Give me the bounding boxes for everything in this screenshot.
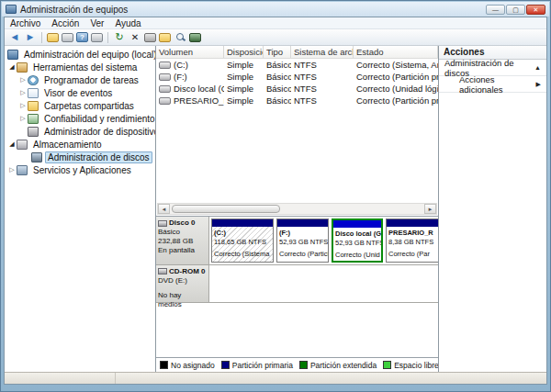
delete-icon[interactable]: ✕ xyxy=(129,31,141,43)
tree-item-confiabilidad-y-rendimiento[interactable]: ▷ Confiabilidad y rendimiento xyxy=(5,112,155,125)
tree-item-administrador-de-dispositivos[interactable]: Administrador de dispositivos xyxy=(5,125,155,138)
tree-item-programador-de-tareas[interactable]: ▷ Programador de tareas xyxy=(5,73,155,86)
volume-row-g[interactable]: Disco local (G:) Simple Básico NTFS Corr… xyxy=(156,83,438,95)
tree-item-carpetas-compartidas[interactable]: ▷ Carpetas compartidas xyxy=(5,99,155,112)
properties-icon[interactable] xyxy=(144,33,156,42)
drive-icon xyxy=(159,73,171,81)
main-area: Administración del equipo (local) ◢ Herr… xyxy=(5,46,546,372)
scroll-left-icon[interactable]: ◄ xyxy=(158,204,170,214)
cdrom-info[interactable]: CD-ROM 0 DVD (E:) No hay medios xyxy=(156,265,209,302)
tree-item-herramientas-del-sistema[interactable]: ◢ Herramientas del sistema xyxy=(5,61,155,73)
help-icon[interactable]: ? xyxy=(76,32,88,42)
volume-list: Volumen Disposición Tipo Sistema de arch… xyxy=(156,46,438,217)
expander-collapsed-icon[interactable]: ▷ xyxy=(18,102,28,109)
volume-row-c[interactable]: (C:) Simple Básico NTFS Correcto (Sistem… xyxy=(156,59,438,71)
legend-particion-extendida: Partición extendida xyxy=(299,361,377,370)
maximize-button[interactable]: ▢ xyxy=(506,5,525,15)
action-acciones-adicionales[interactable]: Acciones adicionales ▶ xyxy=(439,76,546,93)
extended-swatch xyxy=(299,361,308,369)
services-icon xyxy=(17,165,28,175)
expander-collapsed-icon[interactable]: ▷ xyxy=(18,115,28,122)
disk-icon xyxy=(158,220,167,227)
legend-particion-primaria: Partición primaria xyxy=(221,361,293,370)
open-folder-icon[interactable] xyxy=(159,33,171,42)
toolbar-separator xyxy=(107,32,108,43)
tree-item-visor-de-eventos[interactable]: ▷ Visor de eventos xyxy=(5,86,155,99)
disk0-status: En pantalla xyxy=(158,246,207,255)
search-icon[interactable] xyxy=(174,31,186,43)
menu-ver[interactable]: Ver xyxy=(90,18,104,28)
partitions: (C:) 118,65 GB NTFS Correcto (Sistema (F… xyxy=(209,217,438,264)
column-volumen[interactable]: Volumen xyxy=(156,46,224,58)
toolbar-separator xyxy=(41,32,42,43)
cdrom-status: No hay medios xyxy=(158,291,207,309)
disk0-type: Básico xyxy=(158,228,207,237)
event-viewer-icon xyxy=(28,88,39,98)
free-space-swatch xyxy=(383,361,391,369)
refresh-icon[interactable]: ↻ xyxy=(113,31,126,43)
expander-collapsed-icon[interactable]: ▷ xyxy=(18,89,28,96)
toolbar: ◄ ► ? ↻ ✕ xyxy=(5,29,546,46)
primary-partition-bar xyxy=(387,219,438,227)
tree-item-computer-management-root[interactable]: Administración del equipo (local) xyxy=(5,48,155,61)
submenu-arrow-icon[interactable]: ▶ xyxy=(536,81,541,88)
device-manager-icon xyxy=(28,127,39,137)
task-scheduler-icon xyxy=(28,75,39,85)
expander-collapsed-icon[interactable]: ▷ xyxy=(18,76,28,84)
column-estado[interactable]: Estado xyxy=(354,46,438,58)
column-disposicion[interactable]: Disposición xyxy=(224,46,264,58)
cd-icon xyxy=(158,268,167,274)
scroll-right-icon[interactable]: ► xyxy=(424,204,436,214)
partition-g-logical[interactable]: Disco local (G 52,93 GB NTFS Correcto (U… xyxy=(332,218,383,263)
status-separator xyxy=(115,373,116,384)
back-icon[interactable]: ◄ xyxy=(8,31,21,43)
show-console-tree-icon[interactable] xyxy=(62,33,73,42)
graphical-view: Disco 0 Básico 232,88 GB En pantalla (C:… xyxy=(156,217,438,372)
minimize-button[interactable]: — xyxy=(486,5,505,15)
system-tools-icon xyxy=(17,62,28,73)
horizontal-scrollbar[interactable]: ◄ ► xyxy=(157,203,437,215)
partition-f[interactable]: (F:) 52,93 GB NTFS Correcto (Partici xyxy=(276,218,329,263)
tree-item-servicios-y-aplicaciones[interactable]: ▷ Servicios y Aplicaciones xyxy=(5,163,155,176)
partition-d[interactable]: PRESARIO_R 8,38 GB NTFS Correcto (Par xyxy=(386,218,438,263)
menu-accion[interactable]: Acción xyxy=(51,18,79,28)
volume-row-f[interactable]: (F:) Simple Básico NTFS Correcto (Partic… xyxy=(156,71,438,83)
cdrom-drive: DVD (E:) xyxy=(158,276,207,286)
performance-icon xyxy=(28,114,39,124)
show-action-pane-icon[interactable] xyxy=(91,33,103,42)
disk-management-pane: Volumen Disposición Tipo Sistema de arch… xyxy=(156,46,439,372)
disk-management-icon xyxy=(31,152,42,162)
legend-no-asignado: No asignado xyxy=(160,361,215,370)
unallocated-swatch xyxy=(160,361,168,369)
column-sistema-de-archivos[interactable]: Sistema de archivos xyxy=(291,46,354,58)
app-window: Archivo Acción Ver Ayuda ◄ ► ? ↻ ✕ xyxy=(4,17,547,385)
scrollbar-thumb[interactable] xyxy=(172,205,280,213)
window-title: Administración de equipos xyxy=(20,5,128,15)
volume-row-d[interactable]: PRESARIO_RP (D:) Simple Básico NTFS Corr… xyxy=(156,95,438,106)
console-tree: Administración del equipo (local) ◢ Herr… xyxy=(5,46,156,372)
partition-c[interactable]: (C:) 118,65 GB NTFS Correcto (Sistema xyxy=(211,218,274,263)
tree-item-almacenamiento[interactable]: ◢ Almacenamiento xyxy=(5,138,155,151)
tree-item-administracion-de-discos[interactable]: Administración de discos xyxy=(5,151,155,163)
collapse-arrow-icon[interactable]: ▲ xyxy=(534,64,541,71)
menu-ayuda[interactable]: Ayuda xyxy=(115,18,141,28)
disk0-info[interactable]: Disco 0 Básico 232,88 GB En pantalla xyxy=(156,217,209,264)
primary-partition-bar xyxy=(277,219,328,227)
menu-archivo[interactable]: Archivo xyxy=(10,18,40,28)
disk0-size: 232,88 GB xyxy=(158,237,207,246)
expander-expanded-icon[interactable]: ◢ xyxy=(7,140,17,148)
up-folder-icon[interactable] xyxy=(47,33,59,42)
close-button[interactable]: ✕ xyxy=(526,5,545,15)
expander-expanded-icon[interactable]: ◢ xyxy=(7,63,17,71)
expander-collapsed-icon[interactable]: ▷ xyxy=(7,166,17,174)
actions-pane: Acciones Administración de discos ▲ Acci… xyxy=(439,46,546,372)
primary-swatch xyxy=(221,361,230,369)
drive-icon xyxy=(159,85,171,93)
column-tipo[interactable]: Tipo xyxy=(264,46,291,58)
storage-icon xyxy=(17,140,28,150)
disk-manage-icon[interactable] xyxy=(189,33,201,42)
forward-icon[interactable]: ► xyxy=(24,31,37,43)
shared-folders-icon xyxy=(28,101,39,111)
title-bar[interactable]: Administración de equipos — ▢ ✕ xyxy=(2,2,549,17)
computer-icon xyxy=(7,50,18,60)
